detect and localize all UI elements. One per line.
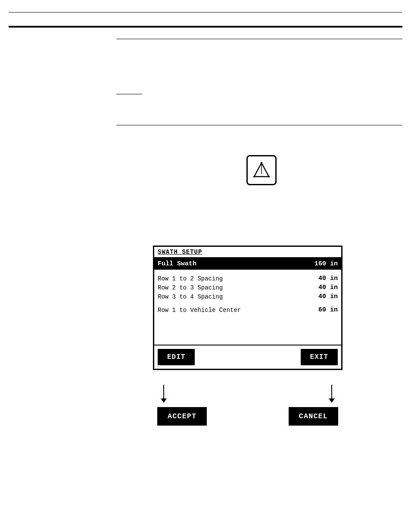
swath-icon: [252, 160, 271, 180]
bottom-buttons: ACCEPT CANCEL: [153, 407, 342, 426]
arrow-line-right: [331, 385, 332, 398]
dialog-buttons: EDIT EXIT: [154, 345, 341, 369]
small-underline: [116, 94, 142, 94]
exit-arrow: [329, 385, 335, 403]
row-value: 40 in: [318, 284, 338, 291]
exit-button[interactable]: EXIT: [301, 349, 338, 365]
row-value: 40 in: [318, 275, 338, 282]
dialog-selected-row[interactable]: Full Swath 160 in: [154, 258, 341, 270]
table-row[interactable]: Row 2 to 3 Spacing 40 in: [158, 283, 338, 292]
edit-button[interactable]: EDIT: [158, 349, 195, 365]
mid-rule: [116, 125, 402, 125]
svg-point-2: [253, 176, 255, 177]
arrow-row: [153, 385, 342, 408]
selected-row-value: 160 in: [314, 260, 338, 268]
swath-setup-dialog: SWATH SETUP Full Swath 160 in Row 1 to 2…: [153, 246, 342, 370]
top-rule-thin: [9, 12, 402, 12]
row-value: 40 in: [318, 293, 338, 300]
row-label: Row 2 to 3 Spacing: [158, 284, 223, 291]
arrow-head-left: [161, 398, 167, 403]
accept-button[interactable]: ACCEPT: [157, 407, 207, 426]
table-row[interactable]: Row 3 to 4 Spacing 40 in: [158, 292, 338, 301]
top-rule-thick: [9, 26, 402, 28]
arrow-head-right: [329, 398, 335, 403]
arrow-line-left: [163, 385, 164, 398]
table-row[interactable]: Row 1 to Vehicle Center 60 in: [158, 305, 338, 314]
cancel-button[interactable]: CANCEL: [289, 407, 338, 426]
edit-arrow: [161, 385, 167, 403]
dialog-body: Row 1 to 2 Spacing 40 in Row 2 to 3 Spac…: [154, 270, 341, 345]
dialog-title: SWATH SETUP: [154, 247, 341, 258]
row-label: Row 1 to 2 Spacing: [158, 275, 223, 282]
sub-rule: [116, 39, 402, 39]
table-row[interactable]: Row 1 to 2 Spacing 40 in: [158, 274, 338, 283]
svg-point-3: [268, 176, 270, 177]
arrows-container: [153, 385, 342, 408]
selected-row-label: Full Swath: [158, 260, 196, 268]
row-value: 60 in: [318, 306, 338, 314]
row-label: Row 1 to Vehicle Center: [158, 307, 241, 314]
swath-icon-box: [246, 155, 277, 185]
row-label: Row 3 to 4 Spacing: [158, 293, 223, 300]
